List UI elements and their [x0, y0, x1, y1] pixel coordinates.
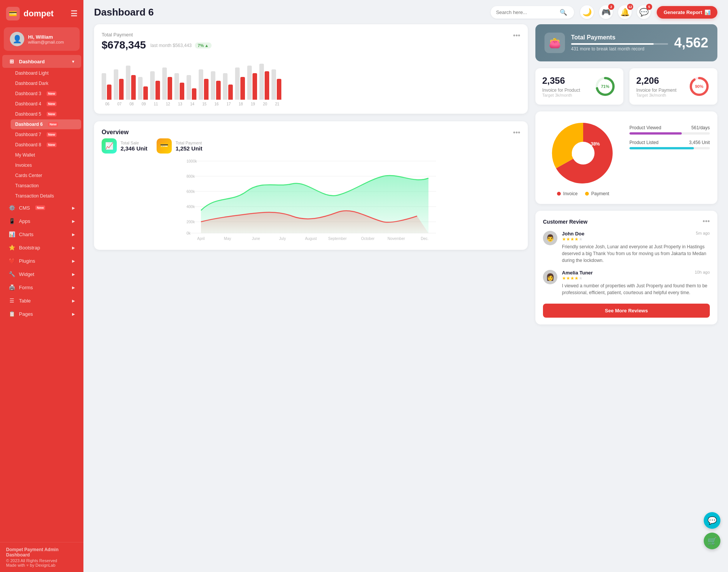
sidebar-item-dashboard-6[interactable]: Dashboard 6 New: [11, 119, 81, 129]
sidebar-item-bootstrap[interactable]: ⭐ Bootstrap ▶: [2, 241, 81, 254]
overview-header: Overview •••: [102, 129, 520, 137]
review-more-icon[interactable]: •••: [703, 218, 710, 226]
sidebar-item-pages[interactable]: 📋 Pages ▶: [2, 307, 81, 320]
sidebar-item-apps[interactable]: 📱 Apps ▶: [2, 215, 81, 227]
total-sale-info: Total Sale 2,346 Unit: [121, 141, 147, 152]
more-options-icon[interactable]: •••: [513, 32, 520, 40]
apps-label: Apps: [19, 218, 30, 224]
reviewer-2-time: 10h ago: [695, 270, 710, 276]
svg-text:August: August: [305, 237, 317, 241]
transaction-details-label: Transaction Details: [15, 193, 54, 199]
svg-text:1000k: 1000k: [187, 159, 197, 163]
total-payment-stat-value: 1,252 Unit: [176, 145, 202, 152]
sidebar-item-dashboard-4[interactable]: Dashboard 4 New: [11, 99, 81, 109]
sidebar-item-table[interactable]: ☰ Table ▶: [2, 294, 81, 307]
svg-text:38%: 38%: [591, 141, 600, 147]
tp-number: 4,562: [674, 35, 708, 51]
user-greeting: Hi, William: [28, 34, 64, 40]
table-icon: ☰: [8, 298, 15, 304]
heart-icon: ♥: [26, 563, 29, 567]
arrow-icon: ▶: [72, 206, 75, 210]
overview-title: Overview: [102, 129, 129, 136]
bar-group: [138, 77, 148, 100]
apps-icon: 📱: [8, 218, 15, 224]
sidebar-item-dashboard-8[interactable]: Dashboard 8 New: [11, 140, 81, 150]
sidebar-logo: 💳 dompet ☰: [0, 0, 83, 27]
payment-dot: [585, 192, 589, 196]
footer-copyright: © 2023 All Rights Reserved: [6, 558, 77, 563]
bar-group: [162, 67, 172, 100]
my-wallet-label: My Wallet: [15, 152, 35, 158]
pie-legend: Invoice Payment: [557, 191, 609, 196]
sidebar-item-transaction[interactable]: Transaction: [11, 181, 81, 191]
invoice-legend-label: Invoice: [563, 191, 577, 196]
chat-badge: 5: [646, 4, 652, 10]
bar-group: [150, 71, 160, 100]
user-info: Hi, William william@gmail.com: [28, 34, 64, 44]
bar-red: [107, 85, 111, 100]
sidebar-item-transaction-details[interactable]: Transaction Details: [11, 191, 81, 201]
sidebar-item-dashboard-dark[interactable]: Dashboard Dark: [11, 78, 81, 88]
reviewer-1-info: John Doe 5m ago ★★★★★ Friendly service J…: [562, 231, 710, 264]
dark-mode-button[interactable]: 🌙: [580, 5, 594, 19]
search-icon[interactable]: 🔍: [560, 9, 567, 16]
sidebar-item-dashboard-5[interactable]: Dashboard 5 New: [11, 109, 81, 119]
badge-new: New: [47, 143, 57, 147]
cards-center-label: Cards Center: [15, 173, 42, 178]
invoice-payment-target: Target 3k/month: [636, 93, 676, 97]
sidebar-item-plugins[interactable]: ❤️ Plugins ▶: [2, 254, 81, 267]
overview-more-icon[interactable]: •••: [513, 129, 520, 137]
support-float-button[interactable]: 💬: [704, 512, 720, 529]
gamepad-button[interactable]: 🎮 2: [599, 5, 613, 19]
invoice-product-info: 2,356 Invoice for Product Target 3k/mont…: [542, 75, 580, 97]
chat-button[interactable]: 💬 5: [637, 5, 651, 19]
tp-progress-fill: [571, 43, 654, 45]
sidebar-item-my-wallet[interactable]: My Wallet: [11, 150, 81, 160]
sidebar-item-dashboard-3[interactable]: Dashboard 3 New: [11, 89, 81, 99]
widget-icon: 🔧: [8, 271, 15, 277]
product-listed-fill: [629, 147, 694, 149]
bar-label-text: 08: [127, 102, 136, 106]
sidebar-item-forms[interactable]: 🖨️ Forms ▶: [2, 281, 81, 294]
dashboard-3-label: Dashboard 3: [15, 91, 41, 96]
generate-report-button[interactable]: Generate Report 📊: [657, 6, 717, 19]
plugins-icon: ❤️: [8, 258, 15, 264]
hamburger-icon[interactable]: ☰: [71, 9, 77, 18]
reviewer-2-name: Amelia Tuner: [562, 270, 593, 276]
bar-gray: [174, 73, 179, 100]
sidebar-item-cms[interactable]: ⚙️ CMS New ▶: [2, 201, 81, 214]
sidebar-item-charts[interactable]: 📊 Charts ▶: [2, 228, 81, 241]
sidebar-item-dashboard-7[interactable]: Dashboard 7 New: [11, 130, 81, 139]
search-input[interactable]: [496, 9, 557, 15]
bar-chart-icon: 📊: [704, 9, 711, 15]
bell-button[interactable]: 🔔 12: [618, 5, 632, 19]
app-name: dompet: [24, 9, 53, 19]
bar-gray: [150, 71, 155, 100]
total-sale-value: 2,346 Unit: [121, 145, 147, 152]
bar-label-text: 09: [139, 102, 149, 106]
badge-new: New: [48, 122, 58, 127]
trend-percent: 7%: [198, 43, 204, 48]
sidebar-item-dashboard[interactable]: ⊞ Dashboard ▼: [2, 55, 81, 68]
payment-legend-label: Payment: [591, 191, 609, 196]
invoice-dot: [557, 192, 561, 196]
reviewer-1-name: John Doe: [562, 231, 584, 237]
sidebar-item-dashboard-light[interactable]: Dashboard Light: [11, 68, 81, 78]
pages-label: Pages: [19, 311, 33, 317]
arrow-icon: ▶: [72, 312, 75, 316]
bootstrap-icon: ⭐: [8, 244, 15, 251]
total-payment-title: Total Payment: [102, 32, 212, 38]
reviewer-2-info: Amelia Tuner 10h ago ★★★★★ I viewed a nu…: [562, 270, 710, 296]
sidebar-item-widget[interactable]: 🔧 Widget ▶: [2, 268, 81, 281]
svg-text:200k: 200k: [187, 220, 195, 224]
cart-float-button[interactable]: 🛒: [704, 533, 720, 549]
svg-text:September: September: [328, 237, 347, 241]
sidebar-item-invoices[interactable]: Invoices: [11, 160, 81, 170]
bar-group: [102, 73, 111, 100]
sidebar-item-cards-center[interactable]: Cards Center: [11, 171, 81, 180]
svg-text:May: May: [224, 237, 231, 241]
see-more-reviews-button[interactable]: See More Reviews: [543, 304, 710, 318]
bar-gray: [199, 69, 203, 100]
dashboard-light-label: Dashboard Light: [15, 71, 49, 76]
bar-red: [131, 75, 136, 100]
